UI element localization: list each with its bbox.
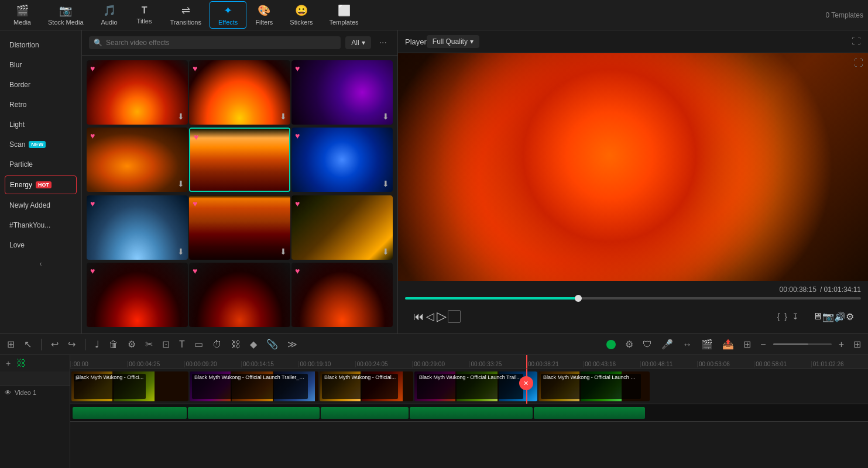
sidebar-item-newly-added[interactable]: Newly Added xyxy=(0,195,81,215)
split-button[interactable]: ✂ xyxy=(143,338,155,351)
toolbar-effects[interactable]: ✦ Effects xyxy=(210,1,246,29)
download-icon-8[interactable]: ⬇ xyxy=(280,247,287,256)
mic-button[interactable]: 🎤 xyxy=(659,338,675,351)
link-button[interactable]: ⛓ xyxy=(229,338,243,351)
quality-selector[interactable]: Full Quality ▾ xyxy=(427,35,479,48)
skip-back-button[interactable]: ⏮ xyxy=(412,309,425,324)
toolbar-filters[interactable]: 🎨 Filters xyxy=(246,2,282,28)
effect-item-energy-elemental-05-169[interactable]: ♥ ⬇ Energy Elemental 05 16-9 xyxy=(87,128,188,194)
toolbar-audio[interactable]: 🎵 Audio xyxy=(92,2,127,28)
sidebar-item-love[interactable]: Love xyxy=(0,235,81,255)
sidebar-item-blur[interactable]: Blur xyxy=(0,55,81,75)
more-tools-button[interactable]: ≫ xyxy=(285,338,300,351)
clip-button[interactable]: 📎 xyxy=(264,338,280,351)
video-clip-5[interactable]: Black Myth Wukong - Official Launch Trai… xyxy=(538,371,650,401)
undo-button[interactable]: ↩ xyxy=(49,338,61,351)
snapshot-icon[interactable]: 📷 xyxy=(822,311,834,322)
search-box[interactable]: 🔍 xyxy=(89,36,341,49)
effect-item-sfx-motion-overlay-01[interactable]: ♥ ⬇ Special FX Motion Overlay 01 xyxy=(87,195,188,261)
out-point-button[interactable]: } xyxy=(782,311,790,322)
effect-item-energy-elemental-03-169[interactable]: ♥ ⬇ Energy Elemental 03 16-9 xyxy=(291,60,393,126)
snap-button[interactable]: ⚙ xyxy=(623,338,636,351)
shield-button[interactable]: 🛡 xyxy=(640,338,654,351)
effect-item-scroll-1[interactable]: ♥ xyxy=(87,263,188,329)
progress-bar-container[interactable] xyxy=(405,297,861,300)
track-visibility-icon[interactable]: 👁 xyxy=(5,389,11,396)
select-tool-button[interactable]: ⊞ xyxy=(5,338,17,351)
cursor-button[interactable]: ↖ xyxy=(22,338,34,351)
sidebar-item-border[interactable]: Border xyxy=(0,75,81,95)
toolbar-transitions[interactable]: ⇌ Transitions xyxy=(162,2,210,28)
redo-button[interactable]: ↪ xyxy=(66,338,78,351)
effect-item-scroll-3[interactable]: ♥ xyxy=(291,263,393,329)
effect-item-energy-elemental-02-169[interactable]: ♥ ⬇ Energy Elemental 02 16-9 xyxy=(87,60,188,126)
progress-thumb[interactable] xyxy=(575,295,582,302)
settings-icon[interactable]: ⚙ xyxy=(846,311,854,322)
more-options-button[interactable]: ··· xyxy=(376,36,390,49)
download-icon-3[interactable]: ⬇ xyxy=(382,112,389,121)
toolbar-stickers[interactable]: 😀 Stickers xyxy=(282,2,321,28)
play-button[interactable]: ▷ xyxy=(435,308,448,325)
title-button[interactable]: T xyxy=(177,338,187,351)
toolbar-titles[interactable]: T Titles xyxy=(127,3,162,27)
keyframe-button[interactable]: ◆ xyxy=(248,338,259,351)
zoom-out-button[interactable]: − xyxy=(758,338,768,351)
record-button[interactable] xyxy=(606,340,616,349)
add-track-button[interactable]: + xyxy=(5,357,12,369)
video-clip-4[interactable]: Black Myth Wukong - Official Launch Trai… xyxy=(414,371,537,401)
video-clip-3[interactable]: Black Myth Wukong - Official... xyxy=(320,371,413,401)
video-clip-2[interactable]: Black Myth Wukong - Official Launch Trai… xyxy=(190,371,318,401)
download-icon-7[interactable]: ⬇ xyxy=(177,247,184,256)
grid-layout-button[interactable]: ⊞ xyxy=(851,338,863,351)
effect-item-scroll-2[interactable]: ♥ xyxy=(189,263,290,329)
step-back-button[interactable]: ◁ xyxy=(425,309,435,324)
multi-cam-button[interactable]: 🎬 xyxy=(699,338,715,351)
detach-button[interactable]: ⚙ xyxy=(125,338,138,351)
speed-button[interactable]: ⏱ xyxy=(210,338,224,351)
download-icon-6[interactable]: ⬇ xyxy=(382,179,389,188)
progress-track[interactable] xyxy=(405,297,861,300)
transition-button[interactable]: ↔ xyxy=(680,338,694,351)
toolbar-templates[interactable]: ⬜ Templates xyxy=(321,2,366,28)
export-button[interactable]: 📤 xyxy=(720,338,736,351)
sidebar-collapse-button[interactable]: ‹ xyxy=(0,255,81,273)
grid-button[interactable]: ⊞ xyxy=(741,338,753,351)
monitor-icon[interactable]: 🖥 xyxy=(813,311,822,322)
playhead-marker[interactable]: ✕ xyxy=(519,376,533,390)
download-icon-4[interactable]: ⬇ xyxy=(177,179,184,188)
in-point-button[interactable]: { xyxy=(775,311,783,322)
effect-item-game-premium-overlay-01[interactable]: ♥ ⬇ Game Premium Overlay 01 xyxy=(189,195,290,261)
effect-item-fire-particle-overlay-06[interactable]: ♥ ⬇ Fire Particle Effect Overlay 06 xyxy=(291,195,393,261)
mark-button[interactable]: ↧ xyxy=(790,311,801,322)
sidebar-item-light[interactable]: Light xyxy=(0,115,81,135)
fullscreen-icon[interactable]: ⛶ xyxy=(852,36,861,47)
download-icon-1[interactable]: ⬇ xyxy=(177,112,184,121)
download-icon-9[interactable]: ⬇ xyxy=(382,247,389,256)
sidebar-item-thank-you[interactable]: #ThankYou... xyxy=(0,215,81,235)
filter-all-button[interactable]: All ▾ xyxy=(345,36,370,49)
sidebar-item-retro[interactable]: Retro xyxy=(0,95,81,115)
effect-item-fire-scanning-up[interactable]: ♥ Fire Scanning Up xyxy=(189,128,290,194)
effect-item-energy-elemental-02-916[interactable]: ♥ ⬇ Energy Elemental 02 9-16 xyxy=(189,60,290,126)
sidebar-item-distortion[interactable]: Distortion xyxy=(0,35,81,55)
sidebar-item-energy[interactable]: Energy HOT xyxy=(5,176,77,194)
waveform-block-5 xyxy=(534,407,645,419)
zoom-in-button[interactable]: + xyxy=(836,338,846,351)
toolbar-media[interactable]: 🎬 Media xyxy=(5,2,40,28)
effect-item-sfx-motion-overlay-09[interactable]: ♥ ⬇ Special FX Motion Overlay 09 xyxy=(291,128,393,194)
video-clip-1[interactable]: ▶ Black Myth Wukong - Offici... xyxy=(71,371,188,401)
templates-count: 0 Templates xyxy=(826,11,863,19)
delete-button[interactable]: 🗑 xyxy=(107,338,121,351)
audio-button[interactable]: ♩ xyxy=(92,338,102,351)
stop-button[interactable] xyxy=(448,310,461,323)
download-icon-2[interactable]: ⬇ xyxy=(280,112,287,121)
box-button[interactable]: ▭ xyxy=(192,338,205,351)
volume-icon[interactable]: 🔊 xyxy=(834,311,846,322)
crop-button[interactable]: ⊡ xyxy=(160,338,172,351)
sidebar-item-particle[interactable]: Particle xyxy=(0,154,81,174)
zoom-slider[interactable] xyxy=(773,343,832,345)
search-input[interactable] xyxy=(106,39,336,47)
ruler-mark-11: 00:00:53:06 xyxy=(697,361,754,367)
toolbar-stock-media[interactable]: 📷 Stock Media xyxy=(40,2,92,28)
sidebar-item-scan[interactable]: Scan NEW xyxy=(0,135,81,154)
